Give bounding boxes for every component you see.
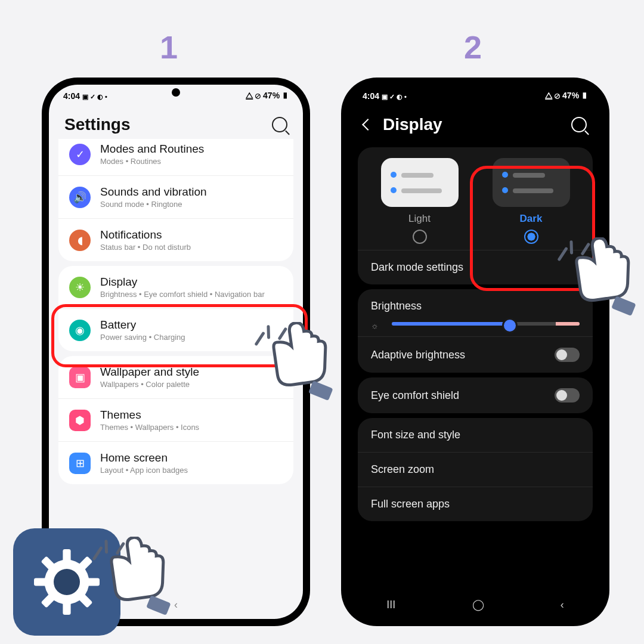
phone-frame-display: 4:04 ▣ ✓ ◐ • ⧋ ⊘ 47% ▮ Display Light D bbox=[341, 78, 609, 626]
status-time: 4:04 ▣ ✓ ◐ • bbox=[363, 91, 407, 101]
search-icon[interactable] bbox=[272, 117, 287, 132]
screen-zoom-row[interactable]: Screen zoom bbox=[358, 452, 593, 487]
theme-option-light[interactable]: Light bbox=[381, 158, 459, 246]
full-screen-apps-row[interactable]: Full screen apps bbox=[358, 487, 593, 521]
status-bar: 4:04 ▣ ✓ ◐ • ⧋ ⊘ 47% ▮ bbox=[348, 85, 602, 104]
nav-bar: III ◯ ‹ bbox=[348, 590, 602, 619]
row-sub: Modes • Routines bbox=[100, 157, 283, 166]
svg-line-15 bbox=[570, 242, 572, 253]
svg-line-18 bbox=[93, 548, 103, 559]
svg-line-10 bbox=[255, 333, 265, 344]
row-title: Notifications bbox=[100, 228, 283, 242]
svg-rect-13 bbox=[308, 380, 333, 401]
page-title: Settings bbox=[64, 115, 272, 134]
svg-point-9 bbox=[54, 569, 80, 595]
settings-header: Settings bbox=[49, 104, 303, 143]
display-header: Display bbox=[348, 104, 602, 143]
theme-option-dark[interactable]: Dark bbox=[493, 158, 570, 246]
notifications-icon: ◖ bbox=[69, 230, 91, 251]
row-notifications[interactable]: ◖ NotificationsStatus bar • Do not distu… bbox=[58, 219, 293, 261]
camera-notch bbox=[172, 88, 180, 97]
dark-label: Dark bbox=[493, 213, 570, 225]
row-display[interactable]: ☀ DisplayBrightness • Eye comfort shield… bbox=[58, 266, 293, 309]
settings-card-1: ✓ Modes and RoutinesModes • Routines 🔊 S… bbox=[58, 139, 293, 261]
brightness-low-icon: ☼ bbox=[371, 321, 379, 330]
row-title: Modes and Routines bbox=[100, 143, 283, 156]
svg-line-16 bbox=[581, 244, 590, 254]
svg-rect-17 bbox=[611, 296, 636, 316]
dark-radio[interactable] bbox=[524, 230, 538, 244]
svg-rect-1 bbox=[63, 549, 70, 562]
misc-card: Font size and style Screen zoom Full scr… bbox=[358, 418, 593, 521]
light-preview bbox=[381, 158, 459, 207]
dark-preview bbox=[493, 158, 570, 207]
pointer-hand-icon bbox=[244, 322, 346, 423]
back-icon[interactable] bbox=[362, 119, 374, 131]
row-sub: Status bar • Do not disturb bbox=[100, 243, 283, 252]
eye-card: Eye comfort shield bbox=[358, 377, 593, 413]
svg-rect-2 bbox=[63, 602, 70, 615]
step-number-2: 2 bbox=[464, 29, 482, 66]
row-title: Display bbox=[100, 275, 283, 289]
font-size-row[interactable]: Font size and style bbox=[358, 418, 593, 452]
light-radio[interactable] bbox=[413, 230, 427, 244]
row-sub: Layout • App icon badges bbox=[100, 466, 283, 475]
home-screen-icon: ⊞ bbox=[69, 453, 91, 474]
row-sub: Brightness • Eye comfort shield • Naviga… bbox=[100, 290, 283, 299]
sound-icon: 🔊 bbox=[69, 187, 91, 208]
pointer-hand-icon bbox=[82, 537, 184, 638]
row-sub: Sound mode • Ringtone bbox=[100, 200, 283, 209]
svg-rect-21 bbox=[146, 595, 171, 615]
step-number-1: 1 bbox=[160, 29, 178, 66]
page-title: Display bbox=[383, 115, 571, 134]
row-home-screen[interactable]: ⊞ Home screenLayout • App icon badges bbox=[58, 442, 293, 484]
pointer-hand-icon bbox=[547, 237, 644, 339]
svg-line-12 bbox=[278, 329, 287, 339]
eye-comfort-row[interactable]: Eye comfort shield bbox=[358, 377, 593, 413]
svg-line-19 bbox=[105, 541, 107, 552]
nav-home-icon[interactable]: ◯ bbox=[472, 598, 484, 611]
svg-rect-3 bbox=[34, 578, 47, 586]
svg-line-11 bbox=[267, 327, 270, 338]
battery-icon: ◉ bbox=[69, 320, 91, 341]
svg-line-14 bbox=[558, 249, 568, 259]
modes-icon: ✓ bbox=[69, 144, 91, 165]
display-icon: ☀ bbox=[69, 277, 91, 298]
svg-line-20 bbox=[116, 544, 125, 553]
wallpaper-icon: ▣ bbox=[69, 367, 91, 388]
status-time: 4:04 ▣ ✓ ◐ • bbox=[63, 91, 107, 101]
themes-icon: ⬢ bbox=[69, 410, 91, 431]
adaptive-brightness-row[interactable]: Adaptive brightness bbox=[358, 336, 593, 373]
row-title: Home screen bbox=[100, 451, 283, 465]
row-sounds[interactable]: 🔊 Sounds and vibrationSound mode • Ringt… bbox=[58, 176, 293, 219]
row-modes-routines[interactable]: ✓ Modes and RoutinesModes • Routines bbox=[58, 139, 293, 176]
row-sub: Themes • Wallpapers • Icons bbox=[100, 423, 283, 432]
nav-recents-icon[interactable]: III bbox=[386, 599, 395, 611]
light-label: Light bbox=[381, 213, 459, 225]
status-right: ⧋ ⊘ 47% ▮ bbox=[246, 91, 289, 101]
status-right: ⧋ ⊘ 47% ▮ bbox=[545, 91, 588, 101]
row-title: Sounds and vibration bbox=[100, 185, 283, 199]
adaptive-toggle[interactable] bbox=[555, 348, 580, 362]
eye-toggle[interactable] bbox=[555, 388, 580, 402]
search-icon[interactable] bbox=[571, 117, 587, 132]
nav-back-icon[interactable]: ‹ bbox=[561, 599, 564, 611]
